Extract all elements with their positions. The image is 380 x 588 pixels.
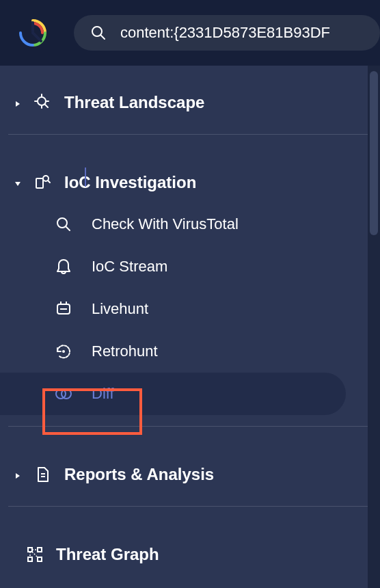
svg-line-3 — [100, 35, 105, 39]
section-label: Threat Graph — [56, 545, 159, 564]
svg-line-1 — [33, 33, 41, 41]
nav-item-label: Retrohunt — [92, 343, 158, 360]
nav-item-retrohunt[interactable]: Retrohunt — [0, 330, 380, 373]
svg-line-30 — [32, 552, 38, 557]
investigation-icon — [34, 174, 52, 191]
livehunt-icon — [55, 300, 72, 318]
search-input[interactable]: content:{2331D5873E81B93DF — [120, 24, 330, 42]
chevron-right-icon — [14, 470, 22, 479]
nav-item-livehunt[interactable]: Livehunt — [0, 288, 380, 330]
top-bar: content:{2331D5873E81B93DF — [0, 0, 380, 66]
nav-item-label: Livehunt — [92, 300, 148, 318]
section-header-reports[interactable]: Reports & Analysis — [0, 454, 380, 495]
chevron-down-icon — [14, 178, 22, 187]
svg-line-5 — [45, 105, 49, 108]
search-icon — [55, 215, 72, 233]
sidebar-nav: Threat Landscape IoC Investigation — [0, 66, 380, 588]
search-icon — [90, 25, 107, 41]
bell-icon — [55, 258, 72, 276]
section-ioc-investigation: IoC Investigation Check With VirusTotal … — [0, 146, 380, 415]
nav-item-diff[interactable]: Diff — [0, 373, 346, 415]
document-icon — [34, 466, 52, 483]
section-threat-graph: Threat Graph — [0, 518, 380, 575]
nav-item-label: IoC Stream — [92, 258, 167, 276]
search-container[interactable]: content:{2331D5873E81B93DF — [74, 15, 380, 51]
section-label: Threat Landscape — [64, 93, 204, 112]
chevron-right-icon — [14, 98, 22, 107]
nav-item-check-virustotal[interactable]: Check With VirusTotal — [0, 203, 380, 245]
svg-rect-27 — [38, 557, 42, 561]
nav-item-label: Diff — [92, 385, 114, 403]
divider — [8, 134, 372, 135]
scrollbar[interactable] — [368, 66, 380, 588]
section-label: IoC Investigation — [64, 173, 196, 192]
section-header-threat-graph[interactable]: Threat Graph — [0, 534, 380, 575]
text-cursor — [85, 168, 86, 187]
svg-line-14 — [66, 226, 70, 230]
section-threat-landscape: Threat Landscape — [0, 66, 380, 123]
nav-item-label: Check With VirusTotal — [92, 215, 239, 233]
svg-rect-26 — [28, 557, 32, 561]
divider — [8, 426, 372, 427]
nav-item-ioc-stream[interactable]: IoC Stream — [0, 245, 380, 288]
section-header-threat-landscape[interactable]: Threat Landscape — [0, 82, 380, 123]
svg-rect-10 — [36, 178, 43, 188]
diff-icon — [55, 385, 72, 403]
scrollbar-thumb[interactable] — [370, 71, 378, 235]
svg-line-12 — [48, 181, 50, 183]
graph-icon — [26, 546, 44, 563]
virus-scan-icon — [34, 94, 52, 111]
svg-rect-24 — [28, 548, 32, 552]
section-header-ioc[interactable]: IoC Investigation — [0, 162, 380, 203]
divider — [8, 506, 372, 507]
svg-rect-25 — [38, 548, 42, 552]
section-label: Reports & Analysis — [64, 465, 214, 484]
history-icon — [55, 343, 72, 360]
section-reports-analysis: Reports & Analysis — [0, 438, 380, 495]
svg-point-19 — [62, 350, 65, 353]
app-logo[interactable] — [16, 16, 49, 49]
